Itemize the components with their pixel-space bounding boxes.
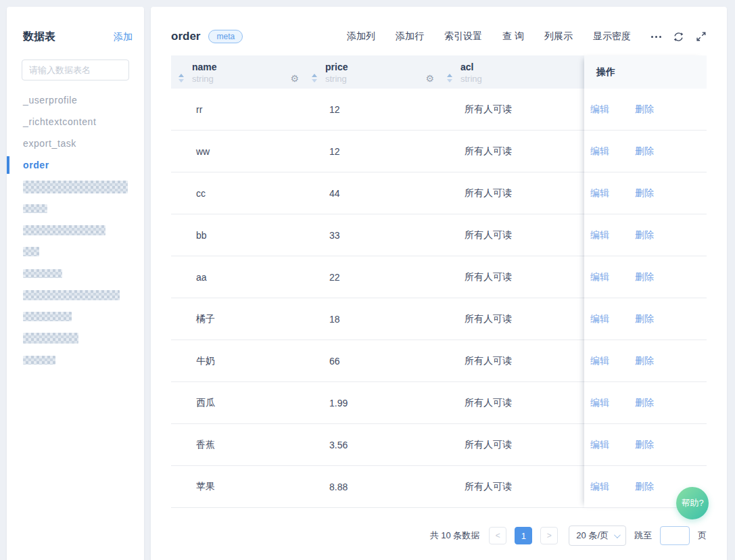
sidebar-item-_richtextcontent[interactable]: _richtextcontent (7, 111, 144, 133)
jump-to-input[interactable] (660, 526, 690, 545)
sidebar-item-order[interactable]: order (7, 154, 144, 176)
sidebar-item-redacted[interactable] (7, 219, 144, 241)
delete-link[interactable]: 删除 (635, 439, 654, 451)
cell-name: ww (171, 146, 304, 157)
sidebar-item-redacted[interactable] (7, 176, 144, 197)
delete-link[interactable]: 删除 (635, 313, 654, 325)
actions-body: 编辑删除编辑删除编辑删除编辑删除编辑删除编辑删除编辑删除编辑删除编辑删除编辑删除 (584, 89, 707, 508)
toolbar-button[interactable]: 查 询 (502, 30, 524, 43)
edit-link[interactable]: 编辑 (590, 229, 609, 241)
edit-link[interactable]: 编辑 (590, 145, 609, 158)
sidebar-item-redacted[interactable] (7, 284, 144, 306)
redacted-text (23, 290, 120, 300)
data-table: namestring⚙pricestring⚙aclstring rr12所有人… (171, 55, 707, 508)
actions-fixed-column: 操作 编辑删除编辑删除编辑删除编辑删除编辑删除编辑删除编辑删除编辑删除编辑删除编… (584, 55, 707, 508)
cell-price: 3.56 (304, 440, 440, 450)
toolbar-button[interactable]: 索引设置 (444, 30, 482, 43)
page-unit-label: 页 (698, 530, 707, 542)
edit-link[interactable]: 编辑 (590, 355, 609, 367)
cell-name: 香蕉 (171, 439, 304, 451)
delete-link[interactable]: 删除 (635, 229, 654, 241)
sidebar-item-redacted[interactable] (7, 306, 144, 327)
sidebar-item-redacted[interactable] (7, 197, 144, 219)
expand-icon[interactable] (696, 31, 707, 42)
redacted-text (23, 356, 55, 365)
delete-link[interactable]: 删除 (635, 355, 654, 367)
redacted-text (23, 312, 72, 321)
cell-price: 8.88 (304, 482, 440, 492)
redacted-text (23, 225, 105, 235)
data-table-panel: order meta 添加列添加行索引设置查 询列展示显示密度 (151, 7, 727, 560)
sidebar-item-redacted[interactable] (7, 241, 144, 262)
sidebar-header: 数据表 添加 (7, 7, 144, 44)
delete-link[interactable]: 删除 (635, 103, 654, 116)
chevron-down-icon (614, 532, 621, 538)
toolbar-button[interactable]: 显示密度 (593, 30, 631, 43)
more-icon[interactable] (651, 36, 661, 38)
cell-price: 12 (304, 146, 440, 157)
cell-price: 33 (304, 230, 440, 241)
column-header-text: pricestring (325, 62, 425, 84)
page-1-button[interactable]: 1 (515, 527, 532, 544)
delete-link[interactable]: 删除 (635, 187, 654, 200)
main-header: order meta 添加列添加行索引设置查 询列展示显示密度 (151, 7, 727, 43)
edit-link[interactable]: 编辑 (590, 187, 609, 200)
column-header-text: namestring (192, 62, 290, 84)
sort-icon[interactable] (179, 74, 184, 84)
toolbar-buttons: 添加列添加行索引设置查 询列展示显示密度 (347, 30, 631, 43)
actions-row: 编辑删除 (584, 131, 707, 172)
cell-acl: 所有人可读 (440, 481, 584, 493)
delete-link[interactable]: 删除 (635, 271, 654, 283)
toolbar-button[interactable]: 添加列 (347, 30, 375, 43)
column-header-name: namestring⚙ (171, 55, 304, 89)
meta-badge[interactable]: meta (208, 30, 243, 43)
cell-name: rr (171, 104, 304, 115)
actions-row: 编辑删除 (584, 214, 707, 256)
actions-row: 编辑删除 (584, 382, 707, 424)
sidebar-item-redacted[interactable] (7, 262, 144, 284)
gear-icon[interactable]: ⚙ (425, 74, 434, 84)
cell-price: 1.99 (304, 398, 440, 409)
refresh-icon[interactable] (673, 31, 684, 43)
sidebar-item-export_task[interactable]: export_task (7, 133, 144, 154)
sidebar-item-redacted[interactable] (7, 327, 144, 349)
next-page-button[interactable]: > (540, 527, 558, 544)
page-size-select[interactable]: 20 条/页 (569, 526, 626, 546)
actions-column-header: 操作 (584, 55, 707, 89)
table-list: _userprofile_richtextcontentexport_tasko… (7, 89, 144, 371)
prev-page-button[interactable]: < (489, 527, 506, 544)
edit-link[interactable]: 编辑 (590, 271, 609, 283)
page-title: order (171, 30, 200, 43)
add-table-button[interactable]: 添加 (114, 31, 133, 43)
redacted-text (23, 247, 39, 256)
actions-row: 编辑删除 (584, 256, 707, 298)
column-type: string (460, 74, 579, 84)
actions-row: 编辑删除 (584, 424, 707, 466)
edit-link[interactable]: 编辑 (590, 103, 609, 116)
sort-icon[interactable] (312, 74, 317, 84)
sort-icon[interactable] (447, 74, 452, 84)
cell-name: 牛奶 (171, 355, 304, 367)
delete-link[interactable]: 删除 (635, 145, 654, 158)
delete-link[interactable]: 删除 (635, 481, 654, 493)
pagination: 共 10 条数据 < 1 > 20 条/页 跳至 页 (171, 526, 707, 546)
cell-price: 44 (304, 188, 440, 199)
edit-link[interactable]: 编辑 (590, 481, 609, 493)
toolbar-button[interactable]: 添加行 (396, 30, 424, 43)
toolbar-button[interactable]: 列展示 (544, 30, 573, 43)
delete-link[interactable]: 删除 (635, 397, 654, 409)
edit-link[interactable]: 编辑 (590, 439, 609, 451)
table-search-input[interactable] (22, 60, 129, 80)
cell-name: 西瓜 (171, 397, 304, 409)
cell-price: 22 (304, 272, 440, 283)
edit-link[interactable]: 编辑 (590, 313, 609, 325)
column-name: name (192, 62, 290, 72)
gear-icon[interactable]: ⚙ (290, 74, 299, 84)
help-button[interactable]: 帮助? (676, 487, 709, 519)
column-header-price: pricestring⚙ (304, 55, 440, 89)
sidebar-item-redacted[interactable] (7, 349, 144, 371)
sidebar-item-label: _richtextcontent (23, 116, 96, 127)
sidebar-item-_userprofile[interactable]: _userprofile (7, 89, 144, 111)
edit-link[interactable]: 编辑 (590, 397, 609, 409)
actions-row: 编辑删除 (584, 340, 707, 382)
